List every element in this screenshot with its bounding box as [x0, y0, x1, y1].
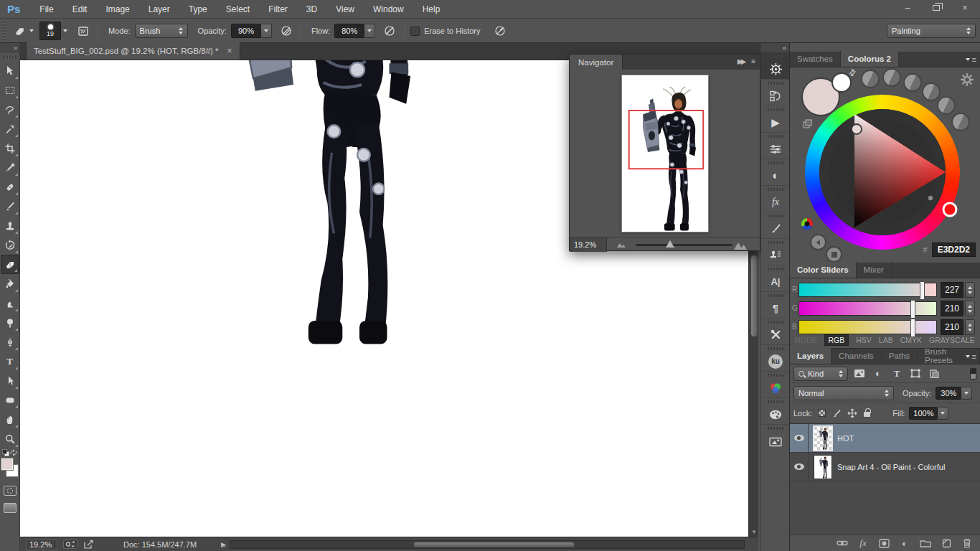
tablet-pressure-opacity-icon[interactable] [278, 22, 295, 39]
red-channel-value[interactable]: 227 [941, 282, 963, 298]
navigator-preview[interactable] [570, 70, 760, 237]
lasso-tool[interactable] [1, 100, 19, 119]
options-grip[interactable] [1, 22, 6, 40]
brush-pressure-size-icon[interactable] [491, 22, 509, 39]
panel-menu-icon[interactable]: ≡ [751, 57, 755, 65]
red-channel-stepper[interactable] [965, 282, 975, 298]
delete-layer-trash-icon[interactable] [961, 537, 973, 549]
menu-item-image[interactable]: Image [96, 0, 138, 19]
character-panel-icon[interactable]: A| [761, 265, 790, 292]
vertical-scrollbar-thumb[interactable] [750, 255, 758, 337]
new-adjustment-layer-icon[interactable]: ◐ [899, 537, 910, 549]
libraries-panel-icon[interactable] [761, 425, 790, 451]
screen-mode-button[interactable] [4, 503, 17, 513]
filter-pixel-layers-icon[interactable] [852, 367, 867, 380]
menu-item-help[interactable]: Help [413, 0, 450, 19]
blue-channel-stepper[interactable] [965, 319, 975, 335]
menu-item-select[interactable]: Select [217, 0, 259, 19]
dodge-tool[interactable] [1, 313, 19, 332]
stop-color-button[interactable] [826, 246, 842, 263]
green-channel-value[interactable]: 210 [941, 301, 963, 316]
pen-tool[interactable] [1, 332, 19, 352]
menu-item-layer[interactable]: Layer [139, 0, 179, 19]
default-colors-icon[interactable] [2, 449, 9, 456]
clone-stamp-tool[interactable] [1, 216, 19, 235]
harmony-preset-1-icon[interactable] [861, 70, 880, 88]
filter-smart-objects-icon[interactable] [927, 367, 941, 380]
layer-thumbnail[interactable] [814, 456, 831, 479]
layer-thumbnail[interactable] [814, 427, 831, 450]
layer-visibility-cell[interactable] [790, 424, 809, 452]
panel-collapse-icon[interactable]: ▶▶ [738, 57, 744, 65]
filter-adjustment-layers-icon[interactable]: ◐ [871, 367, 885, 380]
flow-dropdown-button[interactable] [364, 24, 375, 38]
panel-menu-icon[interactable]: ≡ [966, 352, 976, 361]
tab-channels[interactable]: Channels [831, 348, 882, 364]
tab-mixer[interactable]: Mixer [857, 262, 892, 278]
close-button[interactable]: × [956, 1, 974, 14]
history-brush-tool[interactable] [1, 235, 19, 255]
coolorus-settings-gear-icon[interactable] [959, 72, 975, 89]
foreground-color-swatch[interactable] [1, 458, 13, 470]
red-channel-slider[interactable] [798, 283, 937, 297]
layer-style-fx-icon[interactable]: fx [857, 537, 869, 549]
copy-color-icon[interactable] [803, 119, 812, 130]
horizontal-scrollbar[interactable]: ◂ [230, 540, 745, 549]
tool-preset-arrow-icon[interactable] [29, 29, 34, 32]
properties-panel-icon[interactable] [761, 133, 790, 159]
minimize-button[interactable]: – [898, 1, 917, 14]
new-group-icon[interactable] [920, 537, 931, 549]
color-panel-icon[interactable] [761, 372, 790, 398]
hex-value-field[interactable]: E3D2D2 [932, 242, 976, 257]
crop-tool[interactable] [1, 138, 19, 158]
document-tab[interactable]: TestStuff_BIG_002.psd @ 19.2% (HOT, RGB/… [26, 42, 240, 60]
layer-opacity-value[interactable]: 30% [936, 387, 961, 400]
swatches-panel-icon[interactable] [761, 398, 790, 425]
workspace-dropdown[interactable]: Painting [887, 24, 976, 38]
path-selection-tool[interactable] [1, 371, 19, 390]
export-share-icon[interactable] [83, 540, 95, 550]
paragraph-panel-icon[interactable]: ¶ [761, 292, 790, 319]
filter-type-layers-icon[interactable]: T [890, 367, 904, 380]
saturation-value-triangle[interactable] [805, 95, 960, 250]
hand-tool[interactable] [1, 410, 19, 429]
quick-mask-button[interactable] [4, 486, 17, 496]
brush-panel-icon[interactable] [761, 212, 790, 239]
layer-row-snap-art[interactable]: Snap Art 4 - Oil Paint - Colorful [790, 453, 980, 481]
document-close-icon[interactable]: × [227, 46, 232, 56]
toolbar-collapse[interactable]: » [0, 43, 19, 53]
tool-presets-panel-icon[interactable] [761, 319, 790, 345]
type-tool[interactable]: T [1, 352, 19, 371]
menu-item-3d[interactable]: 3D [297, 0, 326, 19]
swap-colors-icon[interactable] [10, 449, 18, 456]
scroll-down-arrow-icon[interactable]: ▾ [749, 528, 759, 535]
sync-settings-icon[interactable] [63, 540, 77, 549]
lock-position-icon[interactable] [847, 408, 857, 418]
menu-item-window[interactable]: Window [364, 0, 413, 19]
tab-coolorus-2[interactable]: Coolorus 2 [841, 51, 899, 67]
layer-visibility-cell[interactable] [790, 453, 809, 481]
history-panel-icon[interactable] [761, 80, 790, 106]
zoom-tool[interactable] [1, 429, 19, 448]
filter-kind-dropdown[interactable]: Kind [793, 367, 848, 381]
harmony-preset-6-icon[interactable] [951, 113, 970, 131]
mode-cmyk[interactable]: CMYK [900, 336, 922, 344]
mode-dropdown[interactable]: Brush [135, 24, 188, 38]
green-channel-stepper[interactable] [965, 301, 975, 316]
undo-color-button[interactable] [810, 234, 826, 250]
navigator-tab[interactable]: Navigator [570, 55, 623, 70]
eraser-tool[interactable] [1, 255, 19, 274]
spot-healing-brush-tool[interactable] [1, 177, 19, 197]
zoom-in-icon[interactable] [734, 241, 748, 250]
erase-to-history-checkbox[interactable] [410, 27, 420, 36]
marquee-tool[interactable] [1, 80, 19, 100]
navigator-zoom-slider-thumb[interactable] [666, 240, 674, 248]
blue-channel-slider[interactable] [798, 320, 937, 334]
rgb-mode-circle-icon[interactable] [800, 217, 814, 232]
zoom-out-icon[interactable] [617, 241, 627, 248]
panel-menu-icon[interactable]: ≡ [966, 55, 976, 64]
brush-tool[interactable] [1, 197, 19, 216]
green-slider-thumb[interactable] [910, 300, 915, 319]
tab-layers[interactable]: Layers [790, 348, 831, 364]
eraser-tool-icon[interactable] [11, 22, 28, 39]
